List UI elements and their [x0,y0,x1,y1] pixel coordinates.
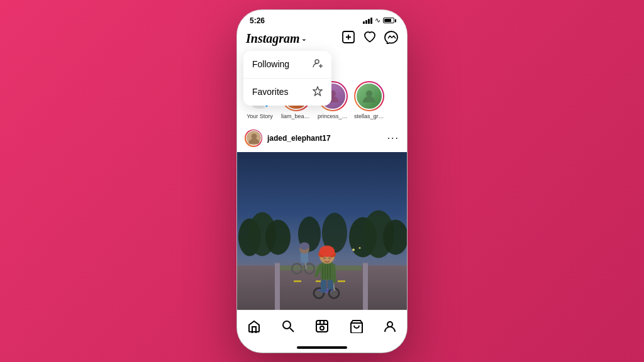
messenger-icon[interactable] [384,30,398,47]
phone-frame: 5:26 ∿ Instagram ⌄ [237,10,407,353]
svg-point-10 [366,90,372,97]
status-bar: 5:26 ∿ [237,10,407,28]
svg-point-33 [331,290,336,295]
signal-icon [363,18,372,24]
svg-point-68 [320,326,324,330]
app-header: Instagram ⌄ [237,28,407,51]
post-header: jaded_elephant17 ··· [237,124,407,152]
post-username: jaded_elephant17 [267,134,331,143]
svg-point-62 [283,321,291,329]
star-icon [313,86,323,98]
nav-profile-icon[interactable] [378,317,402,339]
post-user-info[interactable]: jaded_elephant17 [245,129,331,147]
post-container: jaded_elephant17 ··· [237,124,407,310]
svg-rect-26 [363,263,368,310]
svg-line-44 [333,265,335,281]
nav-reels-icon[interactable] [310,317,334,339]
svg-point-49 [319,245,335,256]
svg-point-60 [352,248,355,251]
nav-home-icon[interactable] [242,317,266,339]
battery-icon [383,18,394,23]
svg-point-15 [265,219,291,255]
status-time: 5:26 [250,16,265,25]
svg-rect-42 [328,280,333,289]
svg-point-50 [323,256,326,260]
story-item-stellas[interactable]: stellas_gr0... [354,81,384,119]
post-more-button[interactable]: ··· [387,133,399,144]
header-icons [341,30,398,47]
heart-icon[interactable] [363,30,377,47]
svg-rect-41 [321,280,326,292]
svg-point-61 [359,247,361,249]
status-icons: ∿ [363,16,394,25]
home-indicator [237,344,407,353]
instagram-logo[interactable]: Instagram ⌄ [246,31,306,46]
svg-point-70 [387,322,392,327]
bottom-navigation [237,310,407,344]
post-user-avatar [245,129,262,147]
post-image [237,152,407,310]
add-post-icon[interactable] [341,30,355,47]
svg-point-59 [299,242,309,250]
svg-marker-6 [313,87,322,96]
nav-search-icon[interactable] [276,317,300,339]
svg-rect-25 [275,263,280,310]
svg-point-31 [316,290,321,295]
person-add-icon [313,58,323,70]
svg-point-51 [328,256,331,260]
nav-shop-icon[interactable] [344,317,368,339]
dropdown-favorites[interactable]: Favorites [243,79,331,106]
svg-point-3 [315,60,319,63]
feed-filter-dropdown: Following Favorites [243,51,331,106]
dropdown-following[interactable]: Following [243,51,331,79]
wifi-icon: ∿ [375,16,380,25]
svg-line-63 [290,328,294,332]
logo-dropdown-arrow[interactable]: ⌄ [301,35,306,42]
